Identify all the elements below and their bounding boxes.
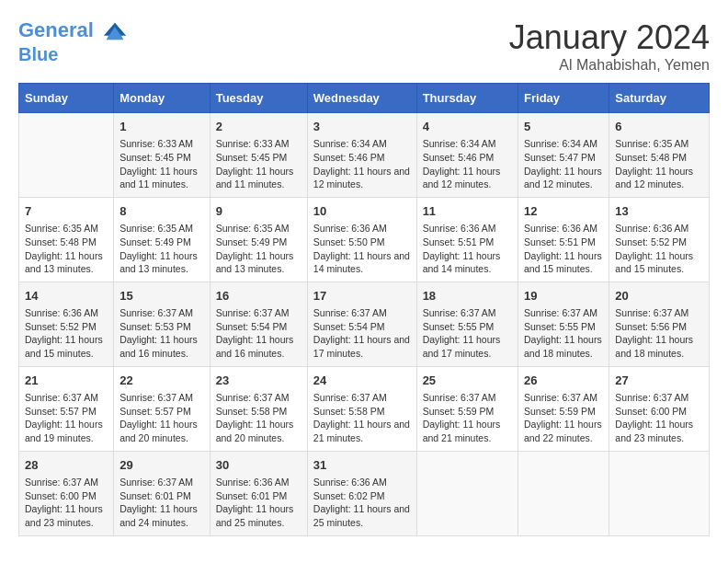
header-wednesday: Wednesday [307, 84, 416, 113]
day-number: 17 [313, 288, 411, 304]
calendar-cell: 10Sunrise: 6:36 AM Sunset: 5:50 PM Dayli… [307, 197, 416, 282]
header-thursday: Thursday [416, 84, 518, 113]
day-info: Sunrise: 6:36 AM Sunset: 5:51 PM Dayligh… [524, 222, 603, 276]
calendar-cell: 30Sunrise: 6:36 AM Sunset: 6:01 PM Dayli… [210, 451, 307, 535]
calendar-cell: 25Sunrise: 6:37 AM Sunset: 5:59 PM Dayli… [416, 366, 518, 451]
location-subtitle: Al Mahabishah, Yemen [509, 57, 710, 74]
day-info: Sunrise: 6:33 AM Sunset: 5:45 PM Dayligh… [216, 137, 301, 191]
calendar-cell: 31Sunrise: 6:36 AM Sunset: 6:02 PM Dayli… [307, 451, 416, 535]
day-number: 8 [119, 203, 204, 220]
day-info: Sunrise: 6:37 AM Sunset: 5:58 PM Dayligh… [313, 391, 411, 445]
header-tuesday: Tuesday [210, 84, 307, 113]
day-number: 1 [119, 119, 204, 135]
day-number: 24 [313, 373, 411, 389]
day-number: 14 [25, 288, 108, 304]
calendar-cell: 21Sunrise: 6:37 AM Sunset: 5:57 PM Dayli… [19, 366, 114, 451]
calendar-cell: 8Sunrise: 6:35 AM Sunset: 5:49 PM Daylig… [114, 197, 210, 282]
calendar-cell: 4Sunrise: 6:34 AM Sunset: 5:46 PM Daylig… [416, 113, 518, 198]
calendar-cell: 12Sunrise: 6:36 AM Sunset: 5:51 PM Dayli… [518, 197, 609, 282]
title-block: January 2024 Al Mahabishah, Yemen [509, 18, 710, 74]
header-saturday: Saturday [609, 84, 710, 113]
week-row-1: 1Sunrise: 6:33 AM Sunset: 5:45 PM Daylig… [19, 113, 710, 198]
day-number: 7 [25, 203, 108, 220]
calendar-cell: 22Sunrise: 6:37 AM Sunset: 5:57 PM Dayli… [114, 366, 210, 451]
calendar-cell: 26Sunrise: 6:37 AM Sunset: 5:59 PM Dayli… [518, 366, 609, 451]
day-number: 26 [524, 373, 603, 389]
day-info: Sunrise: 6:37 AM Sunset: 5:54 PM Dayligh… [313, 306, 411, 361]
calendar-cell: 14Sunrise: 6:36 AM Sunset: 5:52 PM Dayli… [19, 282, 114, 366]
day-info: Sunrise: 6:37 AM Sunset: 5:59 PM Dayligh… [423, 391, 512, 445]
day-number: 6 [615, 119, 703, 135]
logo: General Blue [18, 18, 128, 64]
day-number: 4 [423, 119, 512, 135]
day-number: 18 [423, 288, 512, 304]
calendar-cell [609, 451, 710, 535]
calendar-cell: 11Sunrise: 6:36 AM Sunset: 5:51 PM Dayli… [416, 197, 518, 282]
calendar-cell: 17Sunrise: 6:37 AM Sunset: 5:54 PM Dayli… [307, 282, 416, 366]
calendar-cell: 13Sunrise: 6:36 AM Sunset: 5:52 PM Dayli… [609, 197, 710, 282]
day-info: Sunrise: 6:35 AM Sunset: 5:48 PM Dayligh… [25, 222, 108, 276]
day-number: 3 [313, 119, 411, 135]
calendar-cell: 7Sunrise: 6:35 AM Sunset: 5:48 PM Daylig… [19, 197, 114, 282]
calendar-cell: 28Sunrise: 6:37 AM Sunset: 6:00 PM Dayli… [19, 451, 114, 535]
day-info: Sunrise: 6:37 AM Sunset: 5:55 PM Dayligh… [524, 306, 603, 361]
calendar-cell: 27Sunrise: 6:37 AM Sunset: 6:00 PM Dayli… [609, 366, 710, 451]
day-info: Sunrise: 6:37 AM Sunset: 6:01 PM Dayligh… [119, 476, 204, 530]
day-number: 13 [615, 203, 703, 220]
calendar-cell: 5Sunrise: 6:34 AM Sunset: 5:47 PM Daylig… [518, 113, 609, 198]
day-info: Sunrise: 6:36 AM Sunset: 6:02 PM Dayligh… [313, 476, 411, 530]
day-number: 27 [615, 373, 703, 389]
day-info: Sunrise: 6:37 AM Sunset: 5:57 PM Dayligh… [25, 391, 108, 445]
day-number: 30 [216, 457, 301, 474]
logo-text: General [18, 18, 128, 44]
day-info: Sunrise: 6:34 AM Sunset: 5:46 PM Dayligh… [313, 137, 411, 191]
day-info: Sunrise: 6:37 AM Sunset: 5:58 PM Dayligh… [216, 391, 301, 445]
header-monday: Monday [114, 84, 210, 113]
day-info: Sunrise: 6:37 AM Sunset: 5:54 PM Dayligh… [216, 306, 301, 361]
day-info: Sunrise: 6:35 AM Sunset: 5:48 PM Dayligh… [615, 137, 703, 191]
day-number: 20 [615, 288, 703, 304]
day-number: 22 [119, 373, 204, 389]
calendar-cell [416, 451, 518, 535]
day-info: Sunrise: 6:34 AM Sunset: 5:47 PM Dayligh… [524, 137, 603, 191]
day-info: Sunrise: 6:37 AM Sunset: 5:57 PM Dayligh… [119, 391, 204, 445]
calendar-cell: 16Sunrise: 6:37 AM Sunset: 5:54 PM Dayli… [210, 282, 307, 366]
calendar-cell: 19Sunrise: 6:37 AM Sunset: 5:55 PM Dayli… [518, 282, 609, 366]
day-info: Sunrise: 6:36 AM Sunset: 5:51 PM Dayligh… [423, 222, 512, 276]
day-number: 10 [313, 203, 411, 220]
day-info: Sunrise: 6:36 AM Sunset: 5:52 PM Dayligh… [615, 222, 703, 276]
day-info: Sunrise: 6:37 AM Sunset: 6:00 PM Dayligh… [25, 476, 108, 530]
calendar-table: SundayMondayTuesdayWednesdayThursdayFrid… [18, 83, 710, 536]
day-number: 31 [313, 457, 411, 474]
day-number: 25 [423, 373, 512, 389]
week-row-5: 28Sunrise: 6:37 AM Sunset: 6:00 PM Dayli… [19, 451, 710, 535]
week-row-2: 7Sunrise: 6:35 AM Sunset: 5:48 PM Daylig… [19, 197, 710, 282]
day-info: Sunrise: 6:37 AM Sunset: 5:56 PM Dayligh… [615, 306, 703, 361]
calendar-cell: 24Sunrise: 6:37 AM Sunset: 5:58 PM Dayli… [307, 366, 416, 451]
calendar-cell: 9Sunrise: 6:35 AM Sunset: 5:49 PM Daylig… [210, 197, 307, 282]
calendar-cell [19, 113, 114, 198]
month-title: January 2024 [509, 18, 710, 57]
day-info: Sunrise: 6:36 AM Sunset: 5:52 PM Dayligh… [25, 306, 108, 361]
day-info: Sunrise: 6:35 AM Sunset: 5:49 PM Dayligh… [216, 222, 301, 276]
calendar-cell: 2Sunrise: 6:33 AM Sunset: 5:45 PM Daylig… [210, 113, 307, 198]
calendar-cell: 1Sunrise: 6:33 AM Sunset: 5:45 PM Daylig… [114, 113, 210, 198]
day-info: Sunrise: 6:36 AM Sunset: 6:01 PM Dayligh… [216, 476, 301, 530]
header-friday: Friday [518, 84, 609, 113]
day-number: 11 [423, 203, 512, 220]
day-number: 29 [119, 457, 204, 474]
day-number: 19 [524, 288, 603, 304]
header-sunday: Sunday [19, 84, 114, 113]
day-number: 9 [216, 203, 301, 220]
day-info: Sunrise: 6:36 AM Sunset: 5:50 PM Dayligh… [313, 222, 411, 276]
day-number: 2 [216, 119, 301, 135]
page-header: General Blue January 2024 Al Mahabishah,… [18, 18, 710, 74]
calendar-cell: 6Sunrise: 6:35 AM Sunset: 5:48 PM Daylig… [609, 113, 710, 198]
calendar-cell: 3Sunrise: 6:34 AM Sunset: 5:46 PM Daylig… [307, 113, 416, 198]
day-number: 5 [524, 119, 603, 135]
logo-line2: Blue [18, 44, 128, 64]
day-number: 16 [216, 288, 301, 304]
day-info: Sunrise: 6:35 AM Sunset: 5:49 PM Dayligh… [119, 222, 204, 276]
day-number: 12 [524, 203, 603, 220]
calendar-cell: 23Sunrise: 6:37 AM Sunset: 5:58 PM Dayli… [210, 366, 307, 451]
